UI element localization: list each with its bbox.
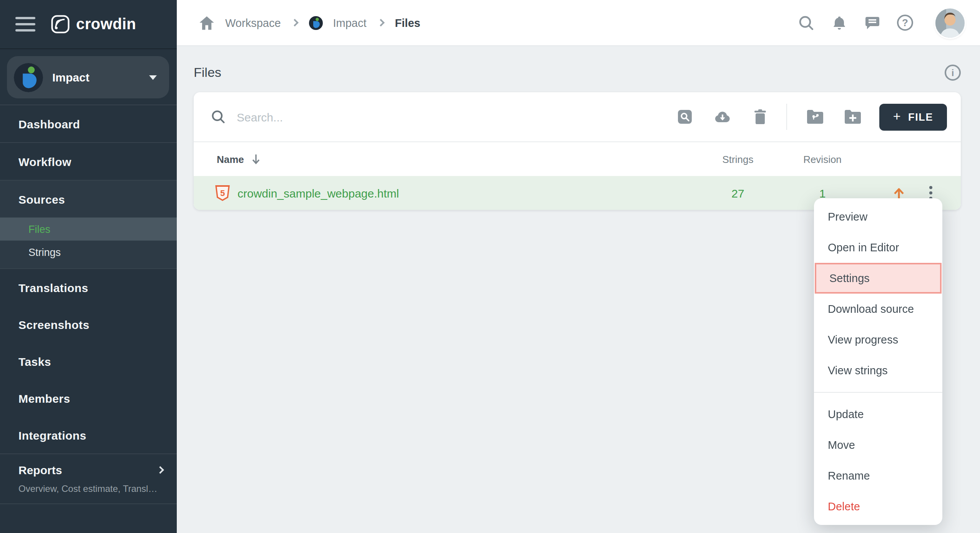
- file-revision: 1: [776, 186, 869, 199]
- toolbar-icons: + FILE: [656, 103, 947, 130]
- hamburger-menu-icon[interactable]: [15, 17, 35, 32]
- sidebar-item-tasks[interactable]: Tasks: [0, 343, 177, 380]
- add-file-button[interactable]: + FILE: [879, 103, 947, 130]
- chevron-right-icon: [377, 19, 385, 27]
- user-avatar[interactable]: [935, 8, 965, 37]
- file-strings-count: 27: [699, 186, 776, 199]
- menu-divider: [814, 392, 942, 393]
- toolbar-divider: [786, 104, 787, 130]
- chevron-down-icon: [149, 75, 157, 80]
- menu-item-view-progress[interactable]: View progress: [814, 324, 942, 355]
- project-name: Impact: [52, 71, 90, 84]
- chevron-right-icon: [156, 466, 164, 474]
- html5-badge: 5: [220, 188, 225, 198]
- crowdin-logo-icon: [51, 15, 70, 34]
- breadcrumb-current: Files: [395, 17, 420, 29]
- sidebar-item-translations[interactable]: Translations: [0, 269, 177, 306]
- crowdin-logo[interactable]: crowdin: [51, 15, 136, 34]
- menu-item-view-strings[interactable]: View strings: [814, 355, 942, 386]
- sidebar-item-workflow[interactable]: Workflow: [0, 143, 177, 180]
- notifications-bell-icon[interactable]: [831, 14, 848, 31]
- sidebar-item-reports[interactable]: Reports Overview, Cost estimate, Transl…: [0, 454, 177, 503]
- plus-icon: +: [893, 109, 901, 124]
- files-card: + FILE Name Strings Revision: [194, 92, 961, 210]
- sidebar-item-members[interactable]: Members: [0, 380, 177, 417]
- home-icon[interactable]: [198, 14, 215, 31]
- divider: [0, 503, 177, 504]
- file-context-menu: Preview Open in Editor Settings Download…: [814, 198, 942, 525]
- breadcrumb: Workspace Impact Files: [198, 14, 420, 31]
- menu-item-settings[interactable]: Settings: [815, 263, 942, 294]
- info-icon[interactable]: i: [945, 65, 961, 81]
- sidebar-item-files[interactable]: Files: [0, 218, 177, 241]
- page-header: Files i: [194, 65, 961, 81]
- page-info[interactable]: i: [945, 65, 961, 81]
- messages-icon[interactable]: [864, 14, 881, 31]
- download-cloud-icon[interactable]: [713, 108, 732, 126]
- column-header-strings[interactable]: Strings: [699, 153, 776, 165]
- search-input[interactable]: [237, 110, 656, 123]
- menu-item-rename[interactable]: Rename: [814, 460, 942, 491]
- search-icon[interactable]: [798, 14, 815, 31]
- breadcrumb-project-icon: [309, 16, 323, 30]
- sidebar-item-screenshots[interactable]: Screenshots: [0, 306, 177, 343]
- html-file-icon: 5: [215, 185, 230, 201]
- menu-item-open-in-editor[interactable]: Open in Editor: [814, 232, 942, 263]
- reports-subtitle: Overview, Cost estimate, Transl…: [18, 483, 163, 494]
- table-header: Name Strings Revision: [194, 141, 961, 176]
- menu-item-move[interactable]: Move: [814, 430, 942, 460]
- search-field[interactable]: [211, 109, 656, 125]
- chevron-right-icon: [291, 19, 299, 27]
- sidebar-item-strings[interactable]: Strings: [0, 241, 177, 264]
- breadcrumb-workspace[interactable]: Workspace: [225, 17, 281, 29]
- menu-item-download-source[interactable]: Download source: [814, 294, 942, 324]
- sort-descending-icon[interactable]: [252, 154, 261, 164]
- menu-item-preview[interactable]: Preview: [814, 201, 942, 232]
- column-header-revision[interactable]: Revision: [776, 153, 869, 165]
- search-icon: [211, 109, 226, 125]
- topbar: Workspace Impact Files: [177, 0, 980, 46]
- add-file-button-label: FILE: [908, 111, 933, 123]
- reports-label: Reports: [18, 463, 62, 477]
- column-header-name[interactable]: Name: [217, 153, 244, 165]
- branch-folder-icon[interactable]: [806, 108, 825, 126]
- sidebar-item-sources[interactable]: Sources: [0, 181, 177, 218]
- files-toolbar: + FILE: [194, 92, 961, 141]
- sidebar-item-dashboard[interactable]: Dashboard: [0, 105, 177, 142]
- sidebar: crowdin Impact Dashboard Workflow Source…: [0, 0, 177, 533]
- topbar-actions: ?: [798, 8, 965, 37]
- sidebar-header: crowdin: [0, 0, 177, 49]
- menu-item-update[interactable]: Update: [814, 399, 942, 430]
- file-name[interactable]: crowdin_sample_webpage.html: [238, 186, 399, 199]
- breadcrumb-project[interactable]: Impact: [333, 17, 367, 29]
- project-logo-icon: [14, 63, 43, 92]
- page-title: Files: [194, 65, 221, 80]
- project-selector[interactable]: Impact: [7, 56, 169, 98]
- search-in-files-icon[interactable]: [676, 108, 694, 126]
- sidebar-group-sources: Sources Files Strings: [0, 181, 177, 268]
- add-folder-icon[interactable]: [844, 108, 862, 126]
- app-window: crowdin Impact Dashboard Workflow Source…: [0, 0, 980, 533]
- brand-wordmark: crowdin: [76, 15, 136, 33]
- delete-trash-icon[interactable]: [751, 108, 769, 126]
- row-kebab-menu-icon[interactable]: [929, 186, 932, 200]
- sidebar-item-integrations[interactable]: Integrations: [0, 417, 177, 453]
- menu-item-delete[interactable]: Delete: [814, 491, 942, 522]
- help-icon[interactable]: ?: [897, 15, 913, 31]
